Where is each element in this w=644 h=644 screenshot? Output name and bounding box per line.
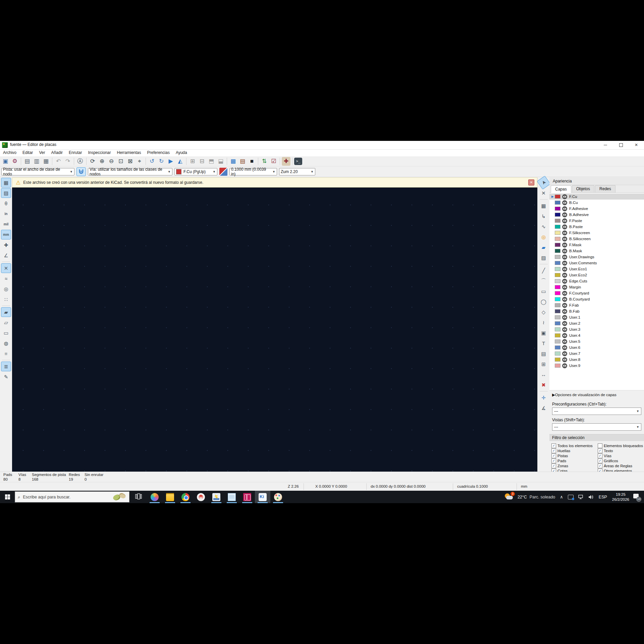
mirror-button[interactable]: ◭ bbox=[176, 157, 184, 166]
properties-panel-button[interactable]: ✎ bbox=[1, 372, 11, 382]
layer-visibility-eye-icon[interactable] bbox=[562, 236, 567, 241]
layer-visibility-eye-icon[interactable] bbox=[562, 351, 567, 356]
net-colors-button[interactable]: ∷ bbox=[1, 294, 11, 304]
grid-visibility-button[interactable]: ▦ bbox=[1, 178, 11, 187]
layer-row-f.adhesive[interactable]: F.Adhesive bbox=[549, 206, 644, 212]
layer-color-swatch[interactable] bbox=[555, 309, 560, 313]
layer-color-swatch[interactable] bbox=[555, 231, 560, 235]
layer-color-swatch[interactable] bbox=[555, 345, 560, 350]
add-text-button[interactable]: T bbox=[539, 338, 549, 348]
paint-icon[interactable] bbox=[270, 491, 286, 503]
filter-checkbox-elementos-bloqueados[interactable]: Elementos bloqueados bbox=[598, 443, 644, 448]
route-tracks-button[interactable]: ↳ bbox=[539, 211, 549, 221]
menu-preferencias[interactable]: Preferencias bbox=[144, 150, 173, 156]
print-button[interactable]: ▥ bbox=[32, 157, 41, 166]
layer-display-options-link[interactable]: ▶Opciones de visualización de capas bbox=[549, 390, 644, 399]
layer-row-b.silkscreen[interactable]: B.Silkscreen bbox=[549, 236, 644, 242]
media-icon[interactable] bbox=[193, 491, 209, 503]
notification-center-icon[interactable]: 10 bbox=[632, 494, 641, 500]
layer-color-swatch[interactable] bbox=[555, 333, 560, 337]
layer-visibility-eye-icon[interactable] bbox=[562, 206, 567, 211]
presets-select[interactable]: ---▼ bbox=[552, 408, 641, 415]
layer-color-swatch[interactable] bbox=[555, 291, 560, 295]
scripting-console-button[interactable]: >_ bbox=[294, 158, 302, 165]
tray-volume-icon[interactable] bbox=[588, 495, 594, 499]
drc-button[interactable]: ☑ bbox=[269, 157, 278, 166]
pcb-canvas[interactable]: Tranfo 24vLineaNeutropuente diodosD1C222… bbox=[12, 187, 537, 472]
units-mm-button[interactable]: mm bbox=[1, 230, 11, 239]
layer-color-swatch[interactable] bbox=[555, 273, 560, 277]
local-ratsnest-button[interactable]: ✕ bbox=[539, 188, 549, 198]
layer-visibility-eye-icon[interactable] bbox=[562, 243, 567, 248]
find-button[interactable]: Ⓐ bbox=[76, 157, 85, 166]
layer-row-user.9[interactable]: User.9 bbox=[549, 363, 644, 369]
layer-visibility-eye-icon[interactable] bbox=[562, 200, 567, 205]
filter-checkbox-zonas[interactable]: ✓Zonas bbox=[551, 463, 598, 468]
filter-checkbox-gráficos[interactable]: ✓Gráficos bbox=[598, 458, 644, 463]
chrome-icon[interactable] bbox=[178, 491, 193, 503]
filter-checkbox-todos-los-elementos[interactable]: ✓Todos los elementos bbox=[551, 443, 598, 448]
layer-visibility-eye-icon[interactable] bbox=[562, 267, 567, 272]
draw-polygon-button[interactable]: ◇ bbox=[539, 307, 549, 317]
tray-tablet-icon[interactable] bbox=[568, 495, 574, 499]
layer-visibility-eye-icon[interactable] bbox=[562, 273, 567, 278]
magenta-app-icon[interactable] bbox=[239, 491, 255, 503]
select-tool-button[interactable]: ➤ bbox=[537, 176, 550, 190]
layer-row-f.mask[interactable]: F.Mask bbox=[549, 242, 644, 248]
task-view-icon[interactable] bbox=[131, 491, 147, 503]
maximize-button[interactable] bbox=[613, 141, 629, 149]
layer-row-b.courtyard[interactable]: B.Courtyard bbox=[549, 296, 644, 302]
units-inches-button[interactable]: in bbox=[1, 209, 11, 219]
layer-visibility-eye-icon[interactable] bbox=[562, 291, 567, 296]
tray-network-icon[interactable] bbox=[578, 495, 584, 499]
plot-button[interactable]: ▦ bbox=[42, 157, 50, 166]
rotate-cw-button[interactable]: ↻ bbox=[157, 157, 166, 166]
delete-tool-button[interactable]: ✖ bbox=[539, 380, 549, 390]
draw-bezier-button[interactable]: ≀ bbox=[539, 318, 549, 327]
page-settings-button[interactable]: ▤ bbox=[23, 157, 32, 166]
add-textbox-button[interactable]: ▤ bbox=[539, 349, 549, 359]
layer-color-swatch[interactable] bbox=[555, 219, 560, 223]
tab-objetos[interactable]: Objetos bbox=[572, 185, 594, 193]
lock-button[interactable]: ⬒ bbox=[207, 157, 216, 166]
layer-visibility-eye-icon[interactable] bbox=[562, 363, 567, 368]
layer-row-user.7[interactable]: User.7 bbox=[549, 351, 644, 357]
layer-row-f.paste[interactable]: F.Paste bbox=[549, 218, 644, 224]
sketch-pads-button[interactable]: ◍ bbox=[1, 338, 11, 348]
ungroup-button[interactable]: ⊟ bbox=[198, 157, 206, 166]
layer-color-swatch[interactable] bbox=[555, 243, 560, 247]
group-button[interactable]: ⊞ bbox=[188, 157, 197, 166]
grid-override-button[interactable]: ▨ bbox=[1, 188, 11, 198]
unlock-button[interactable]: ⬓ bbox=[216, 157, 225, 166]
menu-ver[interactable]: Ver bbox=[36, 150, 48, 156]
layer-color-swatch[interactable] bbox=[555, 303, 560, 307]
menu-archivo[interactable]: Archivo bbox=[0, 150, 19, 156]
layer-row-b.mask[interactable]: B.Mask bbox=[549, 248, 644, 254]
layer-visibility-eye-icon[interactable] bbox=[562, 230, 567, 235]
layer-pair-button[interactable] bbox=[219, 168, 227, 176]
menu-herramientas[interactable]: Herramientas bbox=[114, 150, 144, 156]
explorer-icon[interactable] bbox=[162, 491, 178, 503]
layer-row-b.cu[interactable]: B.Cu bbox=[549, 200, 644, 206]
layer-row-margin[interactable]: Margin bbox=[549, 284, 644, 290]
layer-color-swatch[interactable] bbox=[555, 267, 560, 271]
save-button[interactable]: ▣ bbox=[1, 157, 10, 166]
layer-color-swatch[interactable] bbox=[555, 339, 560, 343]
layer-row-user.8[interactable]: User.8 bbox=[549, 357, 644, 363]
layer-visibility-eye-icon[interactable] bbox=[562, 261, 567, 266]
zoom-fit-objects-button[interactable]: ⊠ bbox=[126, 157, 135, 166]
layer-row-user.eco2[interactable]: User.Eco2 bbox=[549, 272, 644, 278]
weather-widget[interactable]: 3 22°C Parc. soleado bbox=[504, 493, 555, 501]
layer-row-user.2[interactable]: User.2 bbox=[549, 320, 644, 326]
net-highlight-button[interactable]: ◎ bbox=[1, 284, 11, 294]
undo-button[interactable]: ↶ bbox=[54, 157, 63, 166]
copilot-icon[interactable] bbox=[147, 491, 162, 503]
layer-visibility-eye-icon[interactable] bbox=[562, 212, 567, 217]
refresh-button[interactable]: ⟳ bbox=[88, 157, 97, 166]
add-zone-button[interactable]: ▰ bbox=[539, 243, 549, 252]
curved-ratsnest-button[interactable]: ≈ bbox=[1, 274, 11, 283]
layer-row-user.3[interactable]: User.3 bbox=[549, 326, 644, 332]
auto-track-width-button[interactable] bbox=[76, 167, 86, 176]
layer-row-f.silkscreen[interactable]: F.Silkscreen bbox=[549, 230, 644, 236]
layer-row-user.1[interactable]: User.1 bbox=[549, 314, 644, 320]
